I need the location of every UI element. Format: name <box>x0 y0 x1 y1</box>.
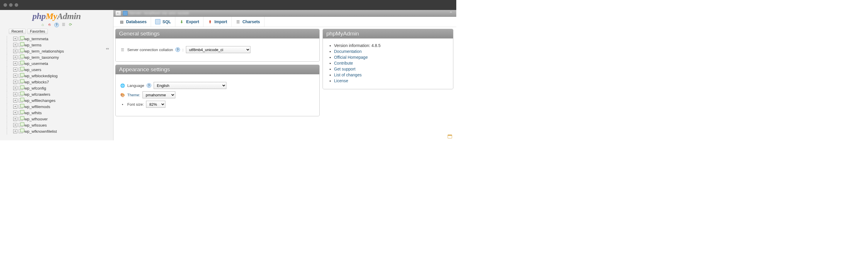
table-row[interactable]: +wp_wfknownfilelist <box>13 128 113 134</box>
table-row[interactable]: +wp_wfblockediplog <box>13 73 113 79</box>
docs-icon[interactable]: ? <box>54 22 59 27</box>
table-row[interactable]: +wp_terms <box>13 42 113 48</box>
table-icon <box>19 49 23 53</box>
table-row[interactable]: +wp_wfissues <box>13 122 113 128</box>
tab-sql[interactable]: SQL <box>151 17 175 27</box>
link-documentation[interactable]: Documentation <box>334 49 362 54</box>
collapse-topbar-icon[interactable]: ⌃ <box>449 10 455 16</box>
table-name: wp_wfknownfilelist <box>24 129 57 134</box>
table-row[interactable]: +wp_wfhoover <box>13 116 113 122</box>
mac-titlebar <box>0 0 456 10</box>
zoom-window-button[interactable] <box>15 3 18 7</box>
table-row[interactable]: +wp_wfconfig <box>13 85 113 91</box>
main-area: ← Server: localhost via unix socket ⌃ ▤ … <box>114 10 456 140</box>
navigation-sidebar: phpMyAdmin ⌂ ⎋ ? ☰ ⟳ Recent Favorites ⇔ … <box>0 10 114 140</box>
table-row[interactable]: +wp_usermeta <box>13 60 113 67</box>
logout-icon[interactable]: ⎋ <box>47 22 52 27</box>
close-window-button[interactable] <box>3 3 7 7</box>
collation-label: Server connection collation <box>127 48 173 52</box>
breadcrumb-bar: ← Server: localhost via unix socket ⌃ <box>114 10 456 17</box>
reload-icon[interactable]: ⟳ <box>68 22 73 27</box>
language-label: Language <box>127 83 144 88</box>
expand-icon[interactable]: + <box>13 123 17 127</box>
home-icon[interactable]: ⌂ <box>40 22 45 27</box>
panel-title: phpMyAdmin <box>323 29 453 38</box>
minimize-window-button[interactable] <box>9 3 12 7</box>
tab-favorites[interactable]: Favorites <box>27 29 48 34</box>
general-settings-panel: General settings ☰ Server connection col… <box>115 29 320 62</box>
table-row[interactable]: +wp_wffilechanges <box>13 98 113 104</box>
expand-icon[interactable]: + <box>13 92 17 96</box>
fontsize-select[interactable]: 82% <box>146 101 165 108</box>
theme-label[interactable]: Theme: <box>127 93 140 97</box>
expand-icon[interactable]: + <box>13 68 17 72</box>
panel-title: Appearance settings <box>116 65 319 74</box>
table-row[interactable]: +wp_wfcrawlers <box>13 91 113 98</box>
language-icon: 🌐 <box>120 83 125 88</box>
expand-icon[interactable]: + <box>13 98 17 103</box>
charsets-icon: ☰ <box>236 19 241 24</box>
link-contribute[interactable]: Contribute <box>334 61 353 65</box>
table-icon <box>19 74 23 78</box>
settings-icon[interactable]: ☰ <box>61 22 66 27</box>
table-name: wp_term_relationships <box>24 49 64 53</box>
tab-recent[interactable]: Recent <box>9 29 26 34</box>
table-row[interactable]: +wp_wffilemods <box>13 104 113 110</box>
expand-icon[interactable]: + <box>13 43 17 47</box>
database-tree: +wp_termmeta+wp_terms+wp_term_relationsh… <box>0 35 113 134</box>
tab-charsets[interactable]: ☰ Charsets <box>232 17 265 27</box>
table-row[interactable]: +wp_wfhits <box>13 110 113 116</box>
expand-icon[interactable]: + <box>13 111 17 115</box>
expand-icon[interactable]: + <box>13 105 17 109</box>
theme-icon: 🎨 <box>120 92 125 97</box>
table-row[interactable]: +wp_users <box>13 67 113 73</box>
expand-icon[interactable]: + <box>13 55 17 59</box>
table-icon <box>19 61 23 65</box>
theme-select[interactable]: pmahomme <box>143 91 175 98</box>
tab-databases[interactable]: ▤ Databases <box>115 17 151 27</box>
table-name: wp_wfblocks7 <box>24 80 49 84</box>
svg-rect-1 <box>448 135 452 136</box>
database-icon: ▤ <box>119 19 124 24</box>
expand-icon[interactable]: + <box>13 117 17 121</box>
breadcrumb-server[interactable]: Server: localhost via unix socket <box>129 11 189 15</box>
appearance-settings-panel: Appearance settings 🌐 Language ? English <box>115 64 320 116</box>
table-row[interactable]: +wp_termmeta <box>13 36 113 42</box>
help-icon[interactable]: ? <box>147 83 151 88</box>
table-row[interactable]: +wp_term_taxonomy <box>13 54 113 60</box>
table-icon <box>19 111 23 115</box>
help-icon[interactable]: ? <box>175 47 180 52</box>
table-name: wp_terms <box>24 43 42 47</box>
expand-icon[interactable]: + <box>13 74 17 78</box>
version-value: 4.8.5 <box>372 43 381 48</box>
table-row[interactable]: +wp_term_relationships <box>13 48 113 54</box>
expand-icon[interactable]: + <box>13 49 17 53</box>
scheduler-icon[interactable] <box>447 134 452 139</box>
expand-icon[interactable]: + <box>13 80 17 84</box>
table-name: wp_wfcrawlers <box>24 92 51 97</box>
breadcrumb-back-button[interactable]: ← <box>115 10 121 16</box>
tab-export[interactable]: ⬇ Export <box>175 17 204 27</box>
tab-label: Export <box>186 19 199 24</box>
table-row[interactable]: +wp_wfblocks7 <box>13 79 113 85</box>
table-icon <box>19 129 23 133</box>
link-changes[interactable]: List of changes <box>334 73 362 77</box>
link-homepage[interactable]: Official Homepage <box>334 55 368 60</box>
tab-import[interactable]: ⬆ Import <box>204 17 232 27</box>
table-name: wp_wfblockediplog <box>24 74 58 78</box>
table-icon <box>19 68 23 72</box>
expand-icon[interactable]: + <box>13 61 17 65</box>
tab-label: Charsets <box>243 19 260 24</box>
top-menu: ▤ Databases SQL ⬇ Export ⬆ Import ☰ C <box>114 17 456 27</box>
logo-part-php: php <box>32 11 45 21</box>
collation-select[interactable]: utf8mb4_unicode_ci <box>186 46 250 53</box>
import-icon: ⬆ <box>208 19 212 24</box>
expand-icon[interactable]: + <box>13 86 17 90</box>
link-support[interactable]: Get support <box>334 67 355 71</box>
expand-icon[interactable]: + <box>13 37 17 41</box>
phpmyadmin-logo[interactable]: phpMyAdmin <box>0 10 113 22</box>
language-select[interactable]: English <box>154 82 226 89</box>
link-license[interactable]: License <box>334 78 348 83</box>
tab-label: SQL <box>162 19 171 24</box>
expand-icon[interactable]: + <box>13 129 17 133</box>
